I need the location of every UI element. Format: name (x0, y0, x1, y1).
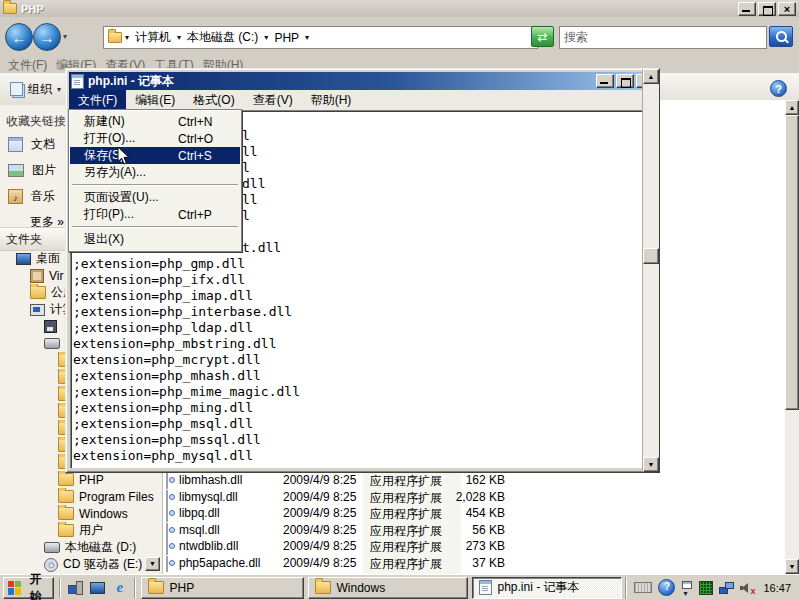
restore-button[interactable] (758, 2, 776, 16)
file-type: 应用程序扩展 (370, 539, 442, 556)
grid-tray-icon[interactable] (699, 581, 713, 595)
menu-item[interactable]: 退出(X) (70, 231, 240, 248)
menu-item[interactable]: 新建(N)Ctrl+N (70, 113, 240, 130)
search-button[interactable] (769, 26, 793, 47)
folder-icon (148, 581, 164, 594)
start-button[interactable]: 开始 (3, 577, 54, 599)
chevron-down-icon[interactable]: ▾ (261, 33, 271, 42)
text-line: ;extension=php_ifx.dll (73, 272, 655, 288)
file-row[interactable]: php5apache.dll2009/4/9 8:25应用程序扩展37 KB (163, 555, 785, 572)
chevron-down-icon[interactable]: ▾ (174, 33, 184, 42)
start-label: 开始 (25, 571, 47, 600)
file-row[interactable]: libmhash.dll2009/4/9 8:25应用程序扩展162 KB (163, 472, 785, 489)
notepad-menu-item[interactable]: 文件(F) (69, 90, 126, 110)
tree-item[interactable]: 用户 (0, 522, 162, 539)
tree-scroll-down-button[interactable]: ▼ (145, 557, 160, 571)
search-icon (776, 31, 787, 42)
menu-item[interactable]: 保存(S)Ctrl+S (70, 147, 240, 164)
file-row[interactable]: ntwdblib.dll2009/4/9 8:25应用程序扩展273 KB (163, 538, 785, 555)
breadcrumb-item[interactable]: 计算机 (132, 29, 174, 46)
help-button[interactable] (770, 80, 787, 97)
file-row[interactable]: msql.dll2009/4/9 8:25应用程序扩展56 KB (163, 522, 785, 539)
search-input[interactable] (560, 27, 774, 46)
close-button[interactable]: × (778, 2, 796, 16)
file-size: 37 KB (443, 556, 505, 570)
scroll-up-button[interactable]: ▲ (643, 69, 659, 84)
taskbar-clock[interactable]: 16:47 (761, 582, 791, 594)
tree-item[interactable]: PHP (0, 471, 162, 488)
maximize-button[interactable] (616, 74, 634, 88)
notepad-menu-item[interactable]: 格式(O) (184, 90, 243, 110)
minimize-button[interactable] (738, 2, 756, 16)
taskbar-separator (59, 578, 61, 598)
file-name: libmysql.dll (179, 490, 238, 504)
floppy-icon (44, 320, 57, 333)
scrollbar-thumb[interactable] (785, 115, 799, 410)
back-button[interactable]: ← (5, 23, 33, 51)
keyboard-icon[interactable] (634, 582, 652, 593)
dll-file-icon (166, 523, 168, 539)
notepad-titlebar[interactable]: php.ini - 记事本 × (69, 72, 656, 90)
show-desktop-icon[interactable] (88, 577, 107, 598)
volume-muted-icon[interactable]: x (740, 582, 755, 594)
maximize-icon (621, 78, 631, 88)
taskbar-button[interactable]: php.ini - 记事本 (472, 577, 622, 599)
chevron-down-icon[interactable]: ▾ (302, 33, 312, 42)
scroll-down-button[interactable]: ▼ (785, 559, 799, 574)
menu-item-label: 退出(X) (84, 231, 178, 248)
help-tray-icon[interactable] (658, 579, 675, 596)
text-line: ;extension=php_ldap.dll (73, 320, 655, 336)
server-manager-icon[interactable] (66, 577, 85, 598)
menu-item-shortcut: Ctrl+N (178, 115, 234, 129)
taskbar-button-label: php.ini - 记事本 (497, 579, 579, 596)
explorer-window-controls: × (738, 2, 796, 16)
menu-item[interactable]: 另存为(A)... (70, 164, 240, 181)
organize-button[interactable]: 组织 ▾ (6, 79, 65, 99)
taskbar-button[interactable]: PHP (141, 577, 304, 599)
file-size: 454 KB (443, 506, 505, 520)
internet-explorer-icon[interactable]: e (110, 577, 129, 598)
close-icon: × (784, 3, 790, 15)
tree-item[interactable]: 本地磁盘 (D:) (0, 539, 162, 556)
minimize-button[interactable] (596, 74, 614, 88)
forward-button[interactable]: → (33, 23, 61, 51)
system-tray: x 16:47 (625, 577, 796, 599)
menu-item[interactable]: 打开(O)...Ctrl+O (70, 130, 240, 147)
mouse-cursor-icon (117, 146, 130, 166)
tree-item-label: Vir (49, 269, 63, 283)
file-date: 2009/4/9 8:25 (283, 490, 356, 504)
menu-item-shortcut: Ctrl+P (178, 208, 234, 222)
history-dropdown-icon[interactable]: ▾ (63, 32, 67, 41)
scroll-up-button[interactable]: ▲ (785, 100, 799, 115)
file-type: 应用程序扩展 (370, 473, 442, 490)
tree-item[interactable]: Program Files (0, 488, 162, 505)
refresh-button[interactable]: ⇄ (531, 26, 554, 47)
scrollbar-thumb[interactable] (643, 248, 659, 264)
notepad-menu-item[interactable]: 帮助(H) (302, 90, 361, 110)
documents-icon (8, 137, 23, 152)
chevron-down-icon[interactable]: ▾ (122, 33, 132, 42)
notepad-menu-item[interactable]: 查看(V) (244, 90, 302, 110)
breadcrumb[interactable]: ▾ 计算机▾本地磁盘 (C:)▾PHP▾ (103, 26, 538, 49)
file-date: 2009/4/9 8:25 (283, 539, 356, 553)
scroll-down-button[interactable]: ▼ (643, 457, 659, 472)
file-list-scrollbar[interactable]: ▲ ▼ (785, 100, 799, 574)
menu-item[interactable]: 页面设置(U)... (70, 189, 240, 206)
tree-item[interactable]: Windows (0, 505, 162, 522)
notepad-menu-item[interactable]: 编辑(E) (126, 90, 184, 110)
folder-icon (58, 524, 74, 537)
notepad-scrollbar[interactable]: ▲ ▼ (642, 69, 659, 472)
explorer-menu-item[interactable]: 文件(F) (8, 55, 47, 73)
file-row[interactable]: libpq.dll2009/4/9 8:25应用程序扩展454 KB (163, 505, 785, 522)
menu-item[interactable]: 打印(P)...Ctrl+P (70, 206, 240, 223)
network-icon[interactable] (719, 582, 734, 594)
dll-file-icon (166, 506, 168, 522)
file-row[interactable]: libmysql.dll2009/4/9 8:25应用程序扩展2,028 KB (163, 489, 785, 506)
task-buttons: PHPWindowsphp.ini - 记事本 (141, 577, 622, 599)
taskbar-button[interactable]: Windows (308, 577, 468, 599)
breadcrumb-item[interactable]: 本地磁盘 (C:) (184, 29, 261, 46)
breadcrumb-item[interactable]: PHP (271, 31, 302, 45)
file-name: libmhash.dll (179, 473, 242, 487)
window-arrow-icon[interactable] (681, 581, 693, 595)
pictures-icon (8, 164, 24, 177)
